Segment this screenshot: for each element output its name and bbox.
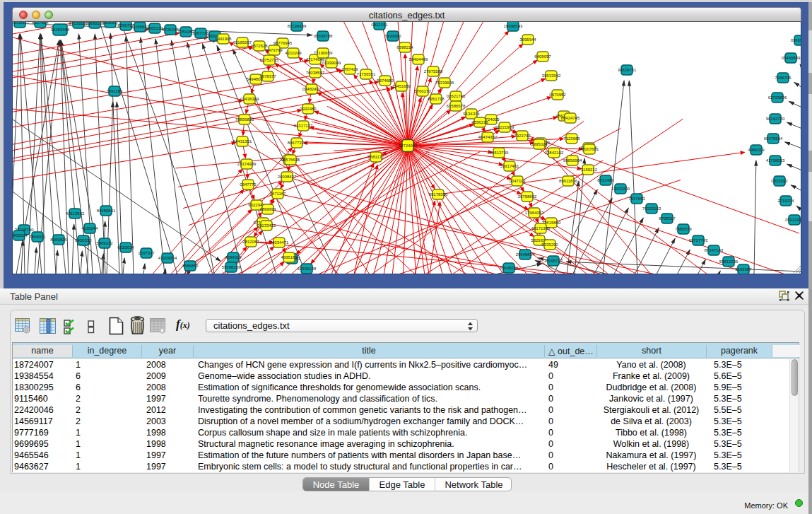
svg-text:62729806: 62729806 [768,95,787,100]
svg-text:0932480: 0932480 [300,107,317,111]
svg-text:05009788: 05009788 [314,34,333,38]
svg-text:6398214: 6398214 [396,45,413,49]
svg-text:71159212: 71159212 [579,168,598,172]
svg-text:0047113: 0047113 [510,179,526,183]
svg-text:0470952: 0470952 [549,93,566,97]
svg-text:84677378: 84677378 [288,141,307,145]
svg-text:5674680: 5674680 [377,78,394,83]
svg-text:41708053: 41708053 [766,158,785,163]
svg-text:61586578: 61586578 [447,104,466,108]
svg-text:27875588: 27875588 [424,69,443,74]
svg-text:55812236: 55812236 [719,259,739,264]
svg-text:24008427: 24008427 [278,175,297,179]
svg-text:1065133: 1065133 [146,26,163,30]
svg-text:55698169: 55698169 [222,265,241,269]
svg-text:68727743: 68727743 [689,238,708,243]
svg-text:77190659: 77190659 [314,51,333,55]
svg-text:0471167: 0471167 [270,192,287,196]
svg-text:1607337: 1607337 [138,251,155,255]
svg-text:4556238: 4556238 [471,120,488,124]
svg-text:02621745: 02621745 [447,94,466,98]
svg-text:6193990: 6193990 [384,34,401,38]
svg-text:50752735: 50752735 [260,58,279,62]
svg-text:5869232: 5869232 [96,241,113,245]
svg-text:22842102: 22842102 [545,151,564,155]
svg-text:7917693: 7917693 [628,197,645,201]
svg-text:58404499: 58404499 [409,57,428,62]
svg-text:2719374: 2719374 [777,199,794,203]
svg-text:76320163: 76320163 [642,206,661,211]
svg-text:78856855: 78856855 [235,117,254,122]
svg-text:87347143: 87347143 [705,248,724,252]
svg-text:23374989: 23374989 [237,162,257,166]
svg-text:42513542: 42513542 [66,211,85,216]
svg-text:26758692: 26758692 [518,194,537,199]
svg-text:4294019: 4294019 [225,255,242,259]
svg-text:1473799: 1473799 [266,48,283,52]
svg-text:3166587: 3166587 [735,267,752,271]
svg-text:34624751: 34624751 [618,68,637,72]
svg-text:99856984: 99856984 [563,158,582,163]
svg-text:65648236: 65648236 [500,266,519,270]
svg-text:5766270: 5766270 [414,89,431,93]
svg-text:05466889: 05466889 [782,56,801,60]
svg-text:6409097: 6409097 [534,54,551,59]
svg-text:0812191: 0812191 [371,23,388,27]
svg-text:8951718: 8951718 [428,97,445,101]
svg-text:0947775: 0947775 [240,182,257,187]
svg-text:43171390: 43171390 [531,226,551,230]
svg-text:7923747: 7923747 [514,134,531,138]
svg-text:3695944: 3695944 [519,37,536,42]
svg-text:87234309: 87234309 [288,24,307,28]
svg-text:0518347: 0518347 [102,22,119,25]
svg-text:5395024: 5395024 [531,142,548,146]
svg-text:46474367: 46474367 [478,135,498,139]
svg-text:6025634: 6025634 [117,245,134,250]
svg-text:2787429: 2787429 [341,67,358,71]
svg-text:0033092: 0033092 [771,179,788,183]
svg-text:89611836: 89611836 [559,179,578,183]
svg-text:59317461: 59317461 [500,164,519,168]
svg-text:75339636: 75339636 [435,81,454,85]
svg-text:8059826: 8059826 [50,238,67,242]
svg-text:13433200: 13433200 [611,187,630,191]
svg-text:3678377: 3678377 [259,74,276,78]
svg-text:03669096: 03669096 [791,38,801,42]
svg-text:8721489: 8721489 [597,178,614,182]
svg-text:61595148: 61595148 [298,267,317,271]
svg-text:9134316: 9134316 [463,112,480,116]
svg-text:4586850: 4586850 [182,264,199,268]
svg-text:65185067: 65185067 [233,40,252,45]
svg-text:8708317: 8708317 [659,216,676,221]
svg-text:4966319: 4966319 [748,148,765,152]
svg-text:4936183: 4936183 [281,255,298,259]
svg-text:98776945: 98776945 [273,41,293,45]
svg-text:36995777: 36995777 [544,259,563,263]
svg-text:29946804: 29946804 [516,252,535,257]
svg-text:84980841: 84980841 [97,209,116,213]
svg-text:18724007: 18724007 [399,144,418,148]
svg-text:17964053: 17964053 [525,211,544,215]
svg-text:09133412: 09133412 [257,223,276,228]
svg-text:9335290: 9335290 [541,243,558,247]
svg-text:16998543: 16998543 [504,24,523,28]
svg-text:01436349: 01436349 [240,97,259,101]
svg-text:7889579: 7889579 [675,227,692,231]
svg-text:2681177: 2681177 [368,155,385,159]
svg-text:2812067: 2812067 [242,240,259,244]
svg-text:7868011: 7868011 [30,235,47,239]
svg-text:44431351: 44431351 [233,139,252,144]
svg-text:36576615: 36576615 [281,158,300,162]
svg-text:4118244: 4118244 [82,226,99,230]
svg-text:15451680: 15451680 [392,84,411,88]
svg-text:29912419: 29912419 [785,218,801,222]
svg-text:7346706: 7346706 [775,76,792,80]
svg-text:43039117: 43039117 [13,22,30,25]
svg-text:1491905: 1491905 [215,37,232,41]
svg-text:39533942: 39533942 [542,74,561,78]
svg-text:7123685: 7123685 [563,136,580,141]
svg-text:90162720: 90162720 [766,117,785,121]
svg-text:88424745: 88424745 [561,116,580,120]
svg-text:89178390: 89178390 [429,192,448,197]
svg-text:74034471: 74034471 [270,240,289,245]
